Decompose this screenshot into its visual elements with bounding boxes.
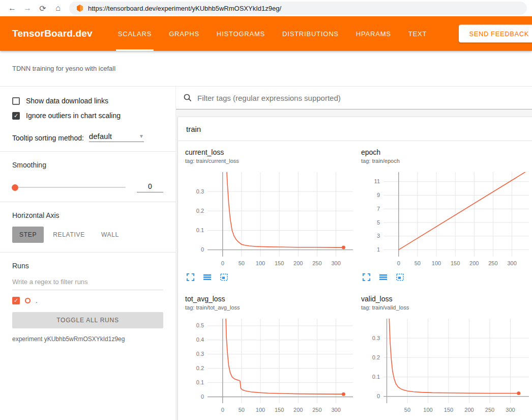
charts-grid: current_loss tag: train/current_loss 00.…: [178, 141, 532, 420]
svg-text:0.3: 0.3: [372, 335, 380, 341]
tooltip-sorting-value: default: [89, 132, 112, 141]
tab-hparams[interactable]: HPARAMS: [355, 16, 392, 51]
svg-text:0.1: 0.1: [372, 374, 380, 380]
svg-text:0.2: 0.2: [372, 354, 380, 360]
checkbox-unchecked-icon[interactable]: [12, 97, 20, 105]
chart-title: tot_avg_loss: [185, 295, 356, 303]
line-chart-current-loss[interactable]: 00.10.20.3050100150200250300: [185, 169, 355, 269]
reload-icon[interactable]: ⟳: [36, 1, 50, 15]
group-title: train: [186, 125, 201, 133]
svg-text:150: 150: [451, 260, 460, 266]
svg-text:11: 11: [374, 178, 380, 184]
chart-tag: tag: train/tot_avg_loss: [185, 304, 356, 311]
svg-text:50: 50: [239, 407, 245, 413]
show-download-links-row[interactable]: Show data download links: [12, 97, 163, 105]
show-download-links-label: Show data download links: [26, 97, 108, 105]
pin-chart-icon[interactable]: [396, 273, 404, 282]
checkbox-checked-icon[interactable]: ✓: [12, 112, 20, 120]
svg-text:200: 200: [293, 407, 303, 413]
svg-text:3: 3: [377, 233, 380, 239]
chart-card-valid-loss: valid_loss tag: train/valid_loss 00.10.2…: [361, 295, 532, 420]
tab-graphs[interactable]: GRAPHS: [168, 16, 200, 51]
svg-text:200: 200: [464, 407, 474, 413]
tag-filter-input[interactable]: [197, 87, 532, 109]
svg-text:50: 50: [404, 407, 410, 413]
svg-text:0: 0: [221, 407, 224, 413]
svg-text:0: 0: [201, 246, 204, 253]
train-group-header[interactable]: train: [178, 117, 532, 141]
horizontal-axis-label: Horizontal Axis: [12, 211, 163, 219]
runs-label: Runs: [12, 262, 163, 270]
chart-tag: tag: train/valid_loss: [361, 304, 532, 311]
axis-wall-button[interactable]: WALL: [94, 227, 126, 243]
view-data-icon[interactable]: [203, 273, 212, 282]
forward-icon[interactable]: →: [20, 1, 35, 15]
axis-step-button[interactable]: STEP: [12, 227, 44, 243]
svg-text:0.3: 0.3: [196, 351, 204, 357]
svg-text:150: 150: [275, 407, 284, 413]
smoothing-value-input[interactable]: 0: [137, 182, 163, 192]
general-settings-section: Show data download links ✓ Ignore outlie…: [0, 87, 175, 152]
svg-text:100: 100: [256, 407, 265, 413]
svg-text:100: 100: [432, 260, 441, 266]
run-row[interactable]: ✓ .: [12, 297, 163, 304]
svg-text:100: 100: [423, 407, 432, 413]
address-bar[interactable]: https://tensorboard.dev/experiment/yKUbh…: [69, 2, 527, 15]
pin-chart-icon[interactable]: [220, 273, 228, 282]
top-nav: SCALARS GRAPHS HISTOGRAMS DISTRIBUTIONS …: [117, 16, 428, 51]
tab-scalars[interactable]: SCALARS: [117, 16, 153, 51]
svg-text:0.5: 0.5: [196, 322, 204, 328]
home-icon[interactable]: ⌂: [51, 1, 65, 15]
chart-card-current-loss: current_loss tag: train/current_loss 00.…: [185, 148, 356, 282]
run-checkbox[interactable]: ✓: [12, 297, 20, 304]
svg-text:200: 200: [293, 260, 303, 266]
svg-text:0.3: 0.3: [196, 188, 204, 194]
tab-text[interactable]: TEXT: [407, 16, 428, 51]
svg-text:250: 250: [485, 407, 494, 413]
svg-text:0.2: 0.2: [196, 208, 204, 214]
svg-text:250: 250: [488, 260, 497, 266]
chart-card-tot-avg-loss: tot_avg_loss tag: train/tot_avg_loss 00.…: [185, 295, 356, 420]
site-favicon-icon: [76, 5, 83, 12]
ignore-outliers-row[interactable]: ✓ Ignore outliers in chart scaling: [12, 111, 163, 120]
view-data-icon[interactable]: [379, 273, 388, 282]
charts-scroll-area[interactable]: train current_loss tag: train/current_lo…: [176, 109, 532, 420]
expand-chart-icon[interactable]: [186, 273, 195, 282]
svg-text:0.2: 0.2: [196, 365, 204, 371]
tooltip-sorting-select[interactable]: default ▼: [89, 132, 144, 142]
svg-text:0: 0: [201, 394, 204, 400]
line-chart-tot-avg-loss[interactable]: 00.10.20.30.40.5050100150200250300: [185, 316, 355, 415]
line-chart-epoch[interactable]: 1357911050100150200250300: [361, 169, 531, 269]
ignore-outliers-label: Ignore outliers in chart scaling: [26, 111, 121, 120]
back-icon[interactable]: ←: [5, 1, 19, 15]
chart-title: current_loss: [185, 148, 356, 156]
svg-text:5: 5: [377, 219, 380, 226]
scalars-dashboard: train current_loss tag: train/current_lo…: [175, 87, 532, 420]
search-icon: [183, 93, 192, 102]
toggle-all-runs-button[interactable]: TOGGLE ALL RUNS: [12, 312, 163, 328]
smoothing-slider[interactable]: [12, 187, 126, 188]
chart-title: epoch: [361, 148, 532, 156]
train-group-card: train current_loss tag: train/current_lo…: [178, 117, 532, 420]
line-chart-valid-loss[interactable]: 00.10.20.350100150200250300: [361, 316, 531, 415]
slider-knob-icon[interactable]: [12, 184, 18, 191]
svg-text:300: 300: [331, 260, 340, 266]
svg-text:0: 0: [397, 260, 400, 266]
tab-distributions[interactable]: DISTRIBUTIONS: [281, 16, 340, 51]
send-feedback-button[interactable]: SEND FEEDBACK: [459, 25, 532, 43]
run-color-icon: [25, 298, 31, 303]
axis-relative-button[interactable]: RELATIVE: [46, 227, 92, 243]
chart-tag: tag: train/epoch: [361, 158, 532, 164]
tooltip-sorting-label: Tooltip sorting method:: [12, 134, 84, 142]
expand-chart-icon[interactable]: [362, 273, 371, 282]
svg-text:250: 250: [312, 260, 321, 266]
chart-title: valid_loss: [361, 295, 532, 303]
svg-text:0: 0: [377, 393, 380, 399]
svg-text:1: 1: [377, 246, 380, 253]
runs-filter-input[interactable]: [12, 274, 163, 290]
runs-section: Runs ✓ . TOGGLE ALL RUNS experiment yKUb…: [0, 253, 175, 352]
app-header: TensorBoard.dev SCALARS GRAPHS HISTOGRAM…: [0, 16, 532, 51]
settings-sidebar: Show data download links ✓ Ignore outlie…: [0, 87, 175, 420]
svg-text:0: 0: [221, 260, 224, 266]
tab-histograms[interactable]: HISTOGRAMS: [216, 16, 266, 51]
